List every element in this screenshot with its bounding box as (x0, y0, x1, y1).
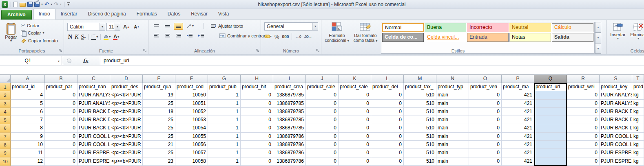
cell-M3[interactable]: 510 (404, 100, 436, 108)
align-middle-button[interactable] (163, 23, 172, 30)
cell-P8[interactable]: 421 (502, 141, 534, 149)
cell-D5[interactable]: <p><b>PJUR (110, 116, 143, 124)
chevron-down-icon[interactable]: ▾ (41, 3, 43, 6)
cell-N8[interactable]: main (436, 141, 469, 149)
decrease-decimal-button[interactable]: .00→ (304, 35, 312, 39)
cell-O10[interactable]: 0 (469, 157, 502, 166)
cell-K8[interactable]: 0 (339, 141, 371, 149)
row-header-9[interactable]: 9 (0, 149, 11, 157)
cell-F6[interactable]: 10054 (175, 124, 208, 132)
cell-Q7[interactable] (534, 133, 567, 141)
column-header-N[interactable]: N (436, 75, 469, 83)
cell-Q4[interactable] (534, 108, 567, 116)
cell-T4[interactable]: kg (632, 108, 644, 116)
grow-font-button[interactable]: A▲ (122, 22, 131, 31)
cell-N3[interactable]: main (436, 100, 469, 108)
gallery-scroll-down-button[interactable]: ▼ (595, 33, 601, 43)
column-header-R[interactable]: R (567, 75, 600, 83)
cell-R8[interactable]: 0 (567, 141, 600, 149)
style-chip[interactable]: Normal (382, 23, 424, 32)
cell-I6[interactable]: 1386879785 (273, 124, 306, 132)
cell-T5[interactable]: kg (632, 116, 644, 124)
column-header-G[interactable]: G (208, 75, 241, 83)
cell-S8[interactable]: PJUR COOL L (600, 141, 632, 149)
cell-J2[interactable]: 0 (306, 91, 339, 99)
delete-cells-button[interactable]: Eliminar ▾ (629, 22, 644, 48)
align-center-button[interactable] (163, 32, 172, 39)
format-painter-button[interactable]: Copiar formato (21, 38, 58, 43)
cell-G7[interactable]: 1 (208, 133, 241, 141)
cell-B5[interactable]: 0 (45, 116, 77, 124)
cell-L8[interactable]: 0 (371, 141, 404, 149)
cell-R2[interactable]: 0 (567, 91, 600, 99)
column-header-M[interactable]: M (404, 75, 436, 83)
style-chip[interactable]: Salida (552, 33, 593, 42)
cell-C6[interactable]: PJUR BACK D (77, 124, 110, 132)
insert-function-icon[interactable]: fx (83, 58, 88, 64)
cell-O6[interactable]: 0 (469, 124, 502, 132)
cell-E7[interactable]: 25 (143, 133, 175, 141)
cell-J4[interactable]: 0 (306, 108, 339, 116)
cell-N4[interactable]: main (436, 108, 469, 116)
cell-S4[interactable]: PJUR BACK D (600, 108, 632, 116)
cell-H2[interactable]: 0 (241, 91, 273, 99)
column-header-S[interactable]: S (600, 75, 632, 83)
column-header-O[interactable]: O (469, 75, 502, 83)
cell-A3[interactable]: 5 (11, 100, 45, 108)
cell-N1[interactable]: product_typ (436, 83, 469, 91)
cell-P1[interactable]: product_ma (502, 83, 534, 91)
cell-R9[interactable]: 0 (567, 149, 600, 157)
cell-M4[interactable]: 510 (404, 108, 436, 116)
cell-M7[interactable]: 510 (404, 133, 436, 141)
cell-D10[interactable]: <p><b>PJUR (110, 157, 143, 166)
cell-F10[interactable]: 10058 (175, 157, 208, 166)
cell-B8[interactable]: 0 (45, 141, 77, 149)
cell-L9[interactable]: 0 (371, 149, 404, 157)
column-header-K[interactable]: K (339, 75, 371, 83)
align-bottom-button[interactable] (174, 23, 183, 30)
cell-L6[interactable]: 0 (371, 124, 404, 132)
cell-M6[interactable]: 510 (404, 124, 436, 132)
cell-R5[interactable]: 0 (567, 116, 600, 124)
column-header-B[interactable]: B (45, 75, 77, 83)
row-header-5[interactable]: 5 (0, 116, 11, 124)
conditional-formatting-button[interactable]: ≤ Formato condicional ▾ (324, 22, 350, 48)
style-chip[interactable]: Buena (425, 23, 466, 32)
row-header-4[interactable]: 4 (0, 108, 11, 116)
cell-C7[interactable]: PJUR COOL L (77, 133, 110, 141)
cell-N5[interactable]: main (436, 116, 469, 124)
cell-B4[interactable]: 0 (45, 108, 77, 116)
cell-P6[interactable]: 421 (502, 124, 534, 132)
tab-archivo[interactable]: Archivo (1, 10, 32, 20)
cell-B2[interactable]: 0 (45, 91, 77, 99)
save-as-icon[interactable] (34, 2, 40, 7)
cell-J7[interactable]: 0 (306, 133, 339, 141)
cell-L5[interactable]: 0 (371, 116, 404, 124)
undo-icon[interactable]: ↶ (44, 2, 49, 7)
cell-E8[interactable]: 21 (143, 141, 175, 149)
cell-Q3[interactable] (534, 100, 567, 108)
cell-I10[interactable]: 1386879786 (273, 157, 306, 166)
font-color-button[interactable]: A ▾ (113, 34, 119, 40)
cell-P10[interactable]: 421 (502, 157, 534, 166)
cell-G8[interactable]: 1 (208, 141, 241, 149)
cell-O4[interactable]: 0 (469, 108, 502, 116)
tab-5[interactable]: Revisar (186, 9, 213, 20)
cell-J10[interactable]: 0 (306, 157, 339, 166)
cell-F2[interactable]: 10050 (175, 91, 208, 99)
cell-S3[interactable]: PJUR ANALYS (600, 100, 632, 108)
cell-S2[interactable]: PJUR ANALYS (600, 91, 632, 99)
cell-D2[interactable]: <p><b>PJUR (110, 91, 143, 99)
cell-I8[interactable]: 1386879786 (273, 141, 306, 149)
cell-F9[interactable]: 10057 (175, 149, 208, 157)
style-chip[interactable]: Entrada (467, 33, 509, 42)
column-header-F[interactable]: F (175, 75, 208, 83)
style-chip[interactable]: Notas (509, 33, 551, 42)
cell-J6[interactable]: 0 (306, 124, 339, 132)
customize-toolbar-icon[interactable]: ▾ (67, 2, 70, 7)
excel-logo-icon[interactable]: X (2, 1, 8, 8)
cell-E5[interactable]: 25 (143, 116, 175, 124)
tab-2[interactable]: Diseño de página (82, 9, 131, 20)
cell-H1[interactable]: product_hit (241, 83, 273, 91)
cell-K3[interactable]: 0 (339, 100, 371, 108)
